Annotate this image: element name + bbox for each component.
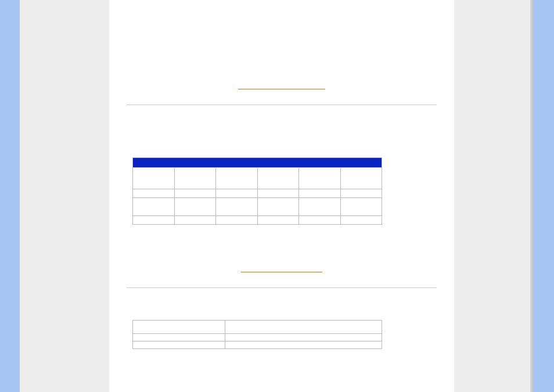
data-table-2 bbox=[132, 320, 382, 349]
data-table-1 bbox=[132, 157, 382, 225]
table-row bbox=[133, 198, 382, 216]
section-link-2[interactable] bbox=[241, 272, 322, 272]
page-shadow bbox=[530, 0, 533, 392]
table-row bbox=[133, 334, 382, 341]
section-link-1-wrap bbox=[127, 81, 437, 92]
divider-2 bbox=[127, 287, 437, 288]
section-link-2-wrap bbox=[127, 264, 437, 275]
table-row bbox=[133, 341, 382, 349]
table-row bbox=[133, 321, 382, 334]
divider-1 bbox=[127, 105, 437, 105]
table-row bbox=[133, 189, 382, 198]
section-link-1[interactable] bbox=[238, 89, 325, 89]
table-row bbox=[133, 216, 382, 225]
table1-header-row bbox=[133, 158, 382, 168]
table-row bbox=[133, 168, 382, 189]
page-frame bbox=[20, 0, 533, 392]
document-page bbox=[109, 0, 454, 392]
table1-header-bar bbox=[133, 158, 382, 168]
